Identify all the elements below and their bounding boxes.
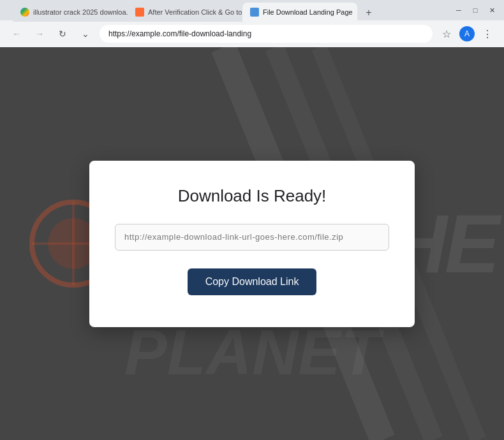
tab-favicon-download bbox=[250, 8, 259, 17]
download-link-input[interactable] bbox=[115, 224, 389, 251]
new-tab-button[interactable]: + bbox=[360, 4, 378, 22]
content-area: HACK THE PLANET Download Is Ready! bbox=[0, 47, 504, 440]
tab-verification[interactable]: After Verification Click & Go to... × bbox=[128, 3, 242, 22]
tab-label-illustrator: illustrator crack 2025 downloa... bbox=[33, 8, 128, 16]
tab-close-download[interactable]: × bbox=[357, 7, 357, 17]
modal-overlay: Download Is Ready! Copy Download Link bbox=[0, 47, 504, 440]
bookmark-button[interactable]: ☆ bbox=[438, 25, 456, 43]
title-bar: illustrator crack 2025 downloa... × Afte… bbox=[0, 0, 504, 20]
tab-bar: illustrator crack 2025 downloa... × Afte… bbox=[13, 0, 449, 22]
minimize-button[interactable]: ─ bbox=[452, 3, 466, 17]
window-control-group: ─ □ ✕ bbox=[452, 3, 499, 17]
address-bar: ← → ↻ ⌄ https://example.com/file-downloa… bbox=[0, 20, 504, 47]
tab-label-verification: After Verification Click & Go to... bbox=[148, 8, 242, 16]
url-text: https://example.com/file-download-landin… bbox=[108, 29, 251, 38]
tab-download[interactable]: File Download Landing Page × bbox=[242, 3, 357, 22]
forward-button[interactable]: → bbox=[31, 25, 48, 43]
tab-label-download: File Download Landing Page bbox=[263, 8, 353, 16]
modal-title: Download Is Ready! bbox=[178, 186, 327, 206]
tab-illustrator[interactable]: illustrator crack 2025 downloa... × bbox=[13, 3, 128, 22]
back-button[interactable]: ← bbox=[8, 25, 26, 43]
url-bar[interactable]: https://example.com/file-download-landin… bbox=[100, 25, 433, 43]
profile-button[interactable]: A bbox=[458, 25, 476, 43]
close-button[interactable]: ✕ bbox=[485, 3, 499, 17]
copy-download-link-button[interactable]: Copy Download Link bbox=[188, 268, 317, 295]
toolbar-icons: ☆ A ⋮ bbox=[438, 25, 496, 43]
profile-avatar: A bbox=[459, 26, 475, 41]
refresh-button[interactable]: ↻ bbox=[54, 25, 71, 43]
browser-frame: illustrator crack 2025 downloa... × Afte… bbox=[0, 0, 504, 440]
maximize-button[interactable]: □ bbox=[468, 3, 482, 17]
tab-favicon-illustrator bbox=[20, 8, 29, 17]
tab-search-button[interactable]: ⌄ bbox=[77, 25, 94, 43]
menu-button[interactable]: ⋮ bbox=[478, 25, 496, 43]
tab-favicon-verification bbox=[135, 8, 144, 17]
download-modal: Download Is Ready! Copy Download Link bbox=[89, 161, 415, 327]
